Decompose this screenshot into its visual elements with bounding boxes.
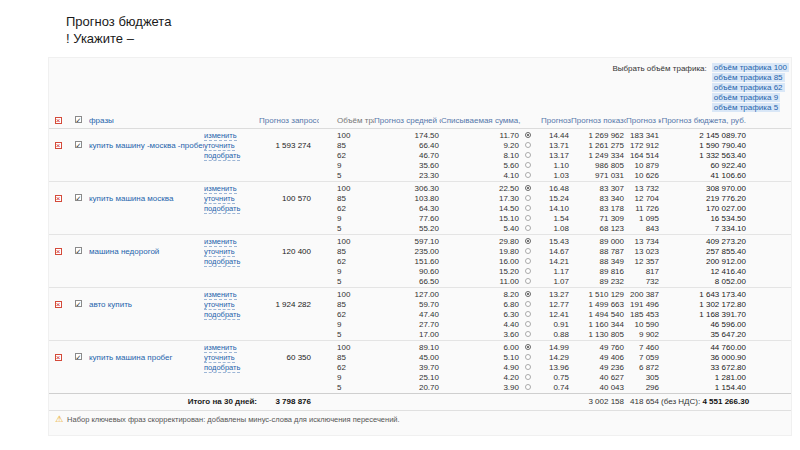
delete-phrase-icon[interactable]: × (55, 248, 62, 255)
budget-value: 36 000.90 (661, 353, 791, 363)
ctr-value: 1.03 (541, 171, 571, 182)
traffic-volume-radio[interactable] (525, 364, 531, 370)
phrase-link[interactable]: авто купить (89, 300, 132, 309)
totals-impressions: 3 002 158 (571, 394, 626, 410)
traffic-volume-radio[interactable] (525, 374, 531, 380)
impressions-value: 1 269 962 (571, 129, 626, 142)
phrase-link[interactable]: машина недорогой (89, 247, 159, 256)
phrase-action-link[interactable]: уточнить (204, 353, 257, 363)
phrase-row: ×✓купить машину -москва -пробегизменитьу… (49, 129, 791, 142)
delete-phrase-icon[interactable]: × (55, 142, 62, 149)
traffic-volume-radio[interactable] (525, 384, 531, 390)
ctr-value: 12.77 (541, 300, 571, 310)
ctr-value: 1.10 (541, 161, 571, 171)
budget-value: 41 106.60 (661, 171, 791, 182)
phrase-link[interactable]: купить машина москва (89, 194, 173, 203)
budget-value: 44 760.00 (661, 341, 791, 354)
phrase-action-link[interactable]: подобрать (204, 257, 257, 267)
traffic-volume-radio[interactable] (525, 278, 531, 284)
phrase-checkbox[interactable]: ✓ (75, 247, 82, 254)
traffic-volume-radio[interactable] (525, 195, 531, 201)
phrase-action-link[interactable]: уточнить (204, 141, 257, 151)
phrase-checkbox[interactable]: ✓ (75, 194, 82, 201)
phrase-link[interactable]: купить машина пробег (89, 353, 172, 362)
phrase-action-link[interactable]: изменить (204, 184, 257, 194)
traffic-volume-radio[interactable] (525, 311, 531, 317)
phrase-checkbox[interactable]: ✓ (75, 300, 82, 307)
phrase-action-link[interactable]: подобрать (204, 151, 257, 161)
traffic-option-link[interactable]: объём трафика 5 (712, 103, 780, 112)
traffic-option-link[interactable]: объём трафика 9 (712, 93, 780, 102)
ctr-value: 1.07 (541, 277, 571, 288)
delete-phrase-icon[interactable]: × (55, 354, 62, 361)
traffic-volume-radio[interactable] (525, 132, 531, 138)
traffic-volume-radio[interactable] (525, 258, 531, 264)
column-header-phrases[interactable]: фразы (89, 116, 204, 129)
traffic-volume-value: 62 (319, 257, 374, 267)
delete-phrase-icon[interactable]: × (55, 195, 62, 202)
phrase-action-label: подобрать (204, 151, 240, 161)
traffic-volume-radio[interactable] (525, 321, 531, 327)
phrase-action-link[interactable]: уточнить (204, 247, 257, 257)
traffic-option-link[interactable]: объём трафика 85 (712, 73, 785, 82)
phrase-action-link[interactable]: изменить (204, 131, 257, 141)
phrase-action-link[interactable]: подобрать (204, 363, 257, 373)
phrase-action-link[interactable]: изменить (204, 237, 257, 247)
column-header-avg-bid[interactable]: Прогноз средней ставки, руб. (374, 116, 441, 129)
ctr-value: 14.10 (541, 204, 571, 214)
ctr-value: 1.08 (541, 224, 571, 235)
phrase-link[interactable]: купить машину -москва -пробег (89, 141, 204, 150)
traffic-volume-value: 100 (319, 235, 374, 248)
column-header-budget[interactable]: Прогноз бюджета, руб. (661, 116, 791, 129)
traffic-volume-radio[interactable] (525, 248, 531, 254)
traffic-volume-radio[interactable] (525, 142, 531, 148)
ctr-value: 14.29 (541, 353, 571, 363)
column-header-writeoff[interactable]: Списываемая сумма, руб. (441, 116, 521, 129)
traffic-volume-radio[interactable] (525, 331, 531, 337)
phrase-action-link[interactable]: подобрать (204, 204, 257, 214)
clicks-value: 13 023 (626, 247, 661, 257)
phrase-row: ×✓купить машина пробегизменитьуточнитьпо… (49, 341, 791, 354)
ctr-value: 0.75 (541, 373, 571, 383)
ctr-value: 14.44 (541, 129, 571, 142)
traffic-volume-radio[interactable] (525, 215, 531, 221)
impressions-value: 49 760 (571, 341, 626, 354)
avg-bid-value: 89.10 (374, 341, 441, 354)
phrase-action-link[interactable]: изменить (204, 343, 257, 353)
traffic-option-link[interactable]: объём трафика 62 (712, 83, 785, 92)
traffic-volume-radio[interactable] (525, 238, 531, 244)
ctr-value: 13.17 (541, 151, 571, 161)
traffic-volume-value: 100 (319, 182, 374, 195)
phrase-checkbox[interactable]: ✓ (75, 353, 82, 360)
traffic-volume-radio[interactable] (525, 185, 531, 191)
phrase-action-link[interactable]: уточнить (204, 194, 257, 204)
phrase-checkbox[interactable]: ✓ (75, 141, 82, 148)
phrase-action-link[interactable]: уточнить (204, 300, 257, 310)
traffic-volume-radio[interactable] (525, 291, 531, 297)
select-all-checkbox[interactable]: ✓ (75, 116, 82, 123)
traffic-volume-radio[interactable] (525, 162, 531, 168)
traffic-volume-radio[interactable] (525, 172, 531, 178)
clicks-value: 185 453 (626, 310, 661, 320)
traffic-volume-radio[interactable] (525, 205, 531, 211)
column-header-requests[interactable]: Прогноз запросов (259, 116, 319, 129)
delete-all-icon[interactable]: × (55, 117, 62, 124)
traffic-volume-radio[interactable] (525, 301, 531, 307)
ctr-value: 14.67 (541, 247, 571, 257)
traffic-option-link[interactable]: объём трафика 100 (712, 63, 789, 72)
phrase-action-link[interactable]: подобрать (204, 310, 257, 320)
column-header-ctr[interactable]: Прогноз CTR, % (541, 116, 571, 129)
writeoff-value: 6.30 (441, 310, 521, 320)
requests-value: 1 593 274 (259, 129, 319, 182)
delete-phrase-icon[interactable]: × (55, 301, 62, 308)
traffic-volume-radio[interactable] (525, 225, 531, 231)
traffic-volume-radio[interactable] (525, 152, 531, 158)
traffic-volume-radio[interactable] (525, 354, 531, 360)
traffic-volume-radio[interactable] (525, 268, 531, 274)
column-header-impressions[interactable]: Прогноз показов (571, 116, 626, 129)
traffic-volume-radio[interactable] (525, 344, 531, 350)
budget-value: 35 647.20 (661, 330, 791, 341)
column-header-clicks[interactable]: Прогноз кликов (626, 116, 661, 129)
phrase-action-link[interactable]: изменить (204, 290, 257, 300)
writeoff-value: 15.10 (441, 214, 521, 224)
